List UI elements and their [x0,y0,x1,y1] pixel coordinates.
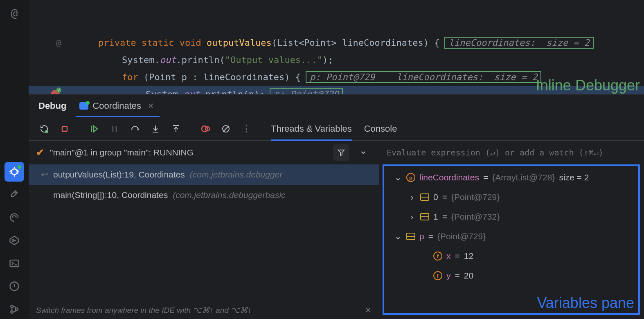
step-over-button[interactable] [127,121,143,137]
code-editor[interactable]: @private static void outputValues(List<P… [29,0,644,94]
thread-status-text: "main"@1 in group "main": RUNNING [50,148,194,157]
chevron-down-icon[interactable]: ⌄ [394,231,402,241]
left-tool-strip: @ [0,0,29,319]
gutter[interactable] [29,90,70,94]
variables-pane-label: Variables pane [537,294,635,312]
filter-button[interactable] [333,144,349,161]
run-config-name: Coordinates [92,101,141,111]
vcs-tool-button[interactable] [5,299,24,319]
svg-point-4 [11,311,13,313]
tab-threads-variables[interactable]: Threads & Variables [271,117,352,140]
resume-button[interactable] [86,121,102,137]
gutter[interactable]: @ [29,34,70,52]
inline-value-hint: lineCoordinates: size = 2 [444,37,593,49]
inline-value-hint: p: Point@729 [270,88,343,94]
variable-row[interactable]: › 0 = {Point@729} [384,187,638,207]
evaluate-expression-input[interactable]: Evaluate expression (↵) or add a watch (… [379,141,644,164]
svg-rect-1 [10,260,19,267]
debug-toolwindow: Debug Coordinates ✕ [29,94,644,319]
frames-panel: ✔ "main"@1 in group "main": RUNNING ↩out… [29,141,379,319]
step-out-button[interactable] [168,121,184,137]
services-tool-button[interactable] [5,208,24,227]
object-icon [420,213,429,220]
chevron-right-icon[interactable]: › [408,212,416,222]
variable-row[interactable]: › 1 = {Point@732} [384,207,638,227]
variable-row[interactable]: f x = 12 [384,246,638,266]
stack-frame[interactable]: main(String[]):10, Coordinates (com.jetb… [29,185,379,205]
stack-frame[interactable]: ↩outputValues(List):19, Coordinates (com… [29,164,379,185]
svg-point-0 [11,169,17,175]
back-arrow-icon: ↩ [41,170,48,180]
inline-debugger-label: Inline Debugger [536,77,640,94]
field-icon: f [433,271,442,280]
mute-breakpoints-button[interactable] [218,121,234,137]
variables-panel: Evaluate expression (↵) or add a watch (… [379,141,644,319]
breakpoint-icon[interactable] [51,90,60,94]
build-tool-button[interactable] [5,185,24,204]
parameter-icon: p [406,173,415,182]
frames-tip: Switch frames from anywhere in the IDE w… [36,306,372,315]
svg-point-3 [11,305,13,308]
chevron-right-icon[interactable]: › [408,192,416,202]
toolwindow-title: Debug [38,101,66,111]
rerun-button[interactable] [36,121,52,137]
run-tool-button[interactable] [5,231,24,250]
svg-rect-7 [62,126,67,131]
pause-button[interactable] [106,121,123,137]
tip-close-icon[interactable]: ✕ [365,306,372,315]
code-line[interactable]: System.out.println("Output values..."); [29,52,644,69]
field-icon: f [433,252,442,261]
terminal-tool-button[interactable] [5,254,24,273]
svg-point-5 [16,308,18,310]
variable-row[interactable]: ⌄ p = {Point@729} [384,227,638,246]
frames-dropdown-button[interactable] [355,144,372,161]
code-line[interactable]: @private static void outputValues(List<P… [29,34,644,52]
variable-row[interactable]: ⌄p lineCoordinates = {ArrayList@728} siz… [384,168,638,187]
stop-button[interactable] [56,121,73,137]
run-config-tab[interactable]: Coordinates ✕ [76,94,160,117]
variable-row[interactable]: f y = 20 [384,266,638,285]
inline-value-hint: p: Point@729 lineCoordinates: size = 2 [306,71,541,83]
tab-console[interactable]: Console [364,117,397,140]
problems-tool-button[interactable] [5,276,24,296]
thread-check-icon: ✔ [36,147,44,158]
object-icon [420,193,429,201]
close-tab-icon[interactable]: ✕ [145,101,156,110]
object-icon [406,233,415,240]
run-config-icon [79,102,88,110]
at-sign-icon[interactable]: @ [5,3,24,23]
debug-tool-button[interactable] [5,162,24,182]
view-breakpoints-button[interactable] [197,121,214,137]
chevron-down-icon[interactable]: ⌄ [394,173,402,182]
more-button[interactable]: ⋮ [238,121,254,137]
step-into-button[interactable] [147,121,164,137]
